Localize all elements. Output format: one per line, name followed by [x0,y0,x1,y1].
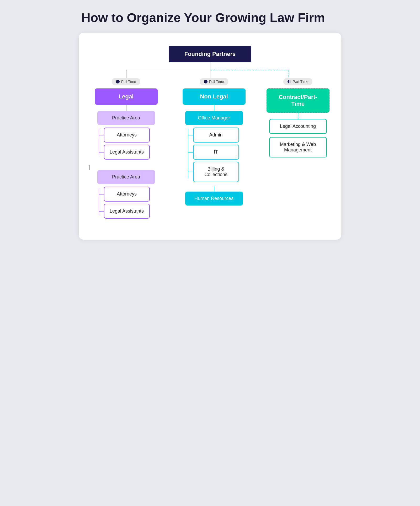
founding-partners-box: Founding Partners [169,46,252,62]
attorneys-1-box: Attorneys [104,128,150,143]
full-time-label-2: Full Time [209,80,224,84]
legal-assistants-1-box: Legal Assistants [104,145,150,160]
diagram-card: Founding Partners [79,33,341,240]
practice-area-1-box: Practice Area [97,111,155,125]
attorneys-2-item: Attorneys [104,187,150,202]
marketing-web-box: Marketing & Web Management [269,137,327,157]
part-time-dot [288,80,291,83]
full-time-badge-1: Full Time [112,78,140,85]
nonlegal-column: Full Time Non Legal Office Manager Admin [177,78,251,205]
legal-mid-connector [89,165,90,170]
contract-v-connector [298,113,298,119]
office-manager-group: Office Manager Admin IT Billing & Collec… [180,111,248,182]
practice-area-2-box: Practice Area [97,170,155,184]
full-time-dot-1 [116,80,120,83]
nonlegal-v-connector [214,105,214,111]
full-time-badge-2: Full Time [200,78,228,85]
practice-area-2-group: Practice Area Attorneys Legal Assistants [91,170,162,219]
attorneys-1-item: Attorneys [104,128,150,143]
part-time-badge: Part Time [283,78,313,85]
nonlegal-bottom-connector [214,186,214,192]
legal-assistants-1-item: Legal Assistants [104,145,150,160]
legal-header-box: Legal [95,88,158,105]
part-time-label: Part Time [293,80,309,84]
admin-box: Admin [193,128,239,143]
office-manager-box: Office Manager [185,111,243,125]
page-title: How to Organize Your Growing Law Firm [79,10,341,25]
billing-item: Billing & Collections [193,162,239,182]
nonlegal-header-box: Non Legal [183,88,246,105]
legal-v-connector [126,105,126,111]
attorneys-2-box: Attorneys [104,187,150,202]
human-resources-box: Human Resources [185,192,243,205]
legal-assistants-2-box: Legal Assistants [104,204,150,219]
contract-children-group: Legal Accounting Marketing & Web Managem… [268,119,328,157]
contract-column: Part Time Contract/Part-Time Legal Accou… [265,78,331,157]
full-time-dot-2 [204,80,208,83]
legal-column: Full Time Legal Practice Area Attorneys [89,78,163,224]
contract-header-box: Contract/Part-Time [267,88,329,113]
legal-assistants-2-item: Legal Assistants [104,204,150,219]
practice-area-1-group: Practice Area Attorneys Legal Assistants [91,111,162,160]
billing-box: Billing & Collections [193,162,239,182]
admin-item: Admin [193,128,239,143]
main-columns: Full Time Legal Practice Area Attorneys [89,78,331,224]
full-time-label-1: Full Time [121,80,136,84]
it-item: IT [193,145,239,160]
it-box: IT [193,145,239,160]
legal-accounting-box: Legal Accounting [269,119,327,134]
